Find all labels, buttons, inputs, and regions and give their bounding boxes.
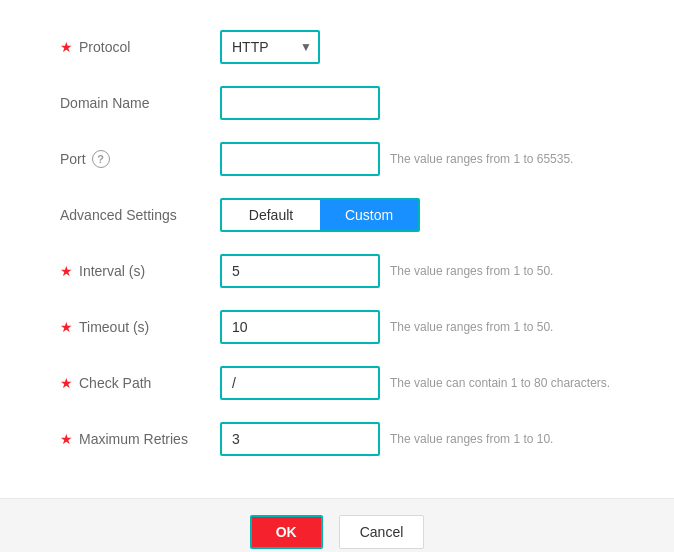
port-label: Port ?: [60, 150, 220, 168]
interval-hint: The value ranges from 1 to 50.: [390, 264, 553, 278]
custom-toggle-button[interactable]: Custom: [320, 200, 418, 230]
advanced-settings-field: Default Custom: [220, 198, 614, 232]
cancel-button[interactable]: Cancel: [339, 515, 425, 549]
required-star: ★: [60, 375, 73, 391]
port-help-icon[interactable]: ?: [92, 150, 110, 168]
interval-row: ★ Interval (s) The value ranges from 1 t…: [60, 254, 614, 288]
maximum-retries-label: ★ Maximum Retries: [60, 431, 220, 447]
protocol-row: ★ Protocol HTTP HTTPS TCP UDP ▼: [60, 30, 614, 64]
check-path-row: ★ Check Path The value can contain 1 to …: [60, 366, 614, 400]
required-star: ★: [60, 263, 73, 279]
advanced-settings-toggle: Default Custom: [220, 198, 420, 232]
maximum-retries-input[interactable]: [220, 422, 380, 456]
maximum-retries-row: ★ Maximum Retries The value ranges from …: [60, 422, 614, 456]
domain-name-row: Domain Name: [60, 86, 614, 120]
port-input[interactable]: [220, 142, 380, 176]
maximum-retries-field: The value ranges from 1 to 10.: [220, 422, 614, 456]
timeout-hint: The value ranges from 1 to 50.: [390, 320, 553, 334]
interval-label: ★ Interval (s): [60, 263, 220, 279]
check-path-input[interactable]: [220, 366, 380, 400]
default-toggle-button[interactable]: Default: [222, 200, 320, 230]
protocol-select-wrapper: HTTP HTTPS TCP UDP ▼: [220, 30, 320, 64]
port-row: Port ? The value ranges from 1 to 65535.: [60, 142, 614, 176]
form-container: ★ Protocol HTTP HTTPS TCP UDP ▼ Domain N…: [0, 0, 674, 498]
port-hint: The value ranges from 1 to 65535.: [390, 152, 573, 166]
interval-field: The value ranges from 1 to 50.: [220, 254, 614, 288]
domain-name-input[interactable]: [220, 86, 380, 120]
protocol-label: ★ Protocol: [60, 39, 220, 55]
domain-name-field: [220, 86, 614, 120]
required-star: ★: [60, 319, 73, 335]
interval-input[interactable]: [220, 254, 380, 288]
advanced-settings-row: Advanced Settings Default Custom: [60, 198, 614, 232]
maximum-retries-hint: The value ranges from 1 to 10.: [390, 432, 553, 446]
timeout-label: ★ Timeout (s): [60, 319, 220, 335]
check-path-field: The value can contain 1 to 80 characters…: [220, 366, 614, 400]
domain-name-label: Domain Name: [60, 95, 220, 111]
timeout-input[interactable]: [220, 310, 380, 344]
check-path-hint: The value can contain 1 to 80 characters…: [390, 376, 610, 390]
required-star: ★: [60, 431, 73, 447]
timeout-row: ★ Timeout (s) The value ranges from 1 to…: [60, 310, 614, 344]
ok-button[interactable]: OK: [250, 515, 323, 549]
protocol-select[interactable]: HTTP HTTPS TCP UDP: [220, 30, 320, 64]
port-field: The value ranges from 1 to 65535.: [220, 142, 614, 176]
footer: OK Cancel: [0, 498, 674, 552]
protocol-field: HTTP HTTPS TCP UDP ▼: [220, 30, 614, 64]
required-star: ★: [60, 39, 73, 55]
advanced-settings-label: Advanced Settings: [60, 207, 220, 223]
check-path-label: ★ Check Path: [60, 375, 220, 391]
timeout-field: The value ranges from 1 to 50.: [220, 310, 614, 344]
